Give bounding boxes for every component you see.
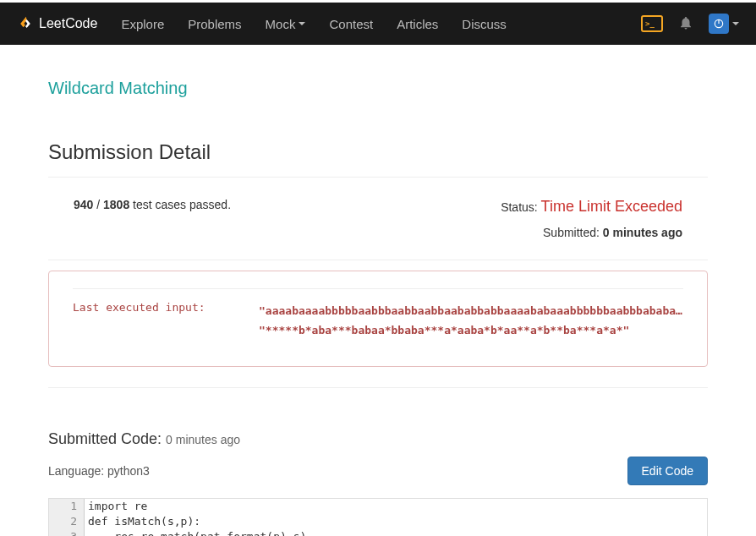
- code-line: 1 import re: [49, 499, 707, 514]
- nav-mock-label: Mock: [266, 17, 296, 31]
- code-line: 3 res=re.match(pat_format(p),s): [49, 529, 707, 536]
- main-container: Wildcard Matching Submission Detail 940 …: [40, 79, 716, 536]
- status-panel: 940 / 1808 test cases passed. Status: Ti…: [48, 178, 708, 260]
- line-number: 2: [49, 514, 85, 529]
- language-value: python3: [107, 464, 150, 478]
- language-row: Language: python3 Edit Code: [48, 457, 708, 485]
- status-label: Status:: [501, 200, 540, 214]
- logo[interactable]: LeetCode: [17, 15, 97, 32]
- section-title: Submission Detail: [48, 140, 708, 164]
- code-text: res=re.match(pat_format(p),s): [85, 529, 306, 536]
- language-text: Language: python3: [48, 464, 150, 478]
- status-right: Status: Time Limit Exceeded Submitted: 0…: [501, 198, 682, 239]
- submitted-label: Submitted:: [543, 226, 603, 239]
- nav-discuss[interactable]: Discuss: [462, 17, 507, 31]
- submitted-value: 0 minutes ago: [603, 226, 682, 239]
- nav-contest[interactable]: Contest: [329, 17, 373, 31]
- edit-code-button[interactable]: Edit Code: [627, 457, 708, 485]
- nav-articles[interactable]: Articles: [397, 17, 438, 31]
- code-text: import re: [85, 499, 147, 514]
- nav-explore[interactable]: Explore: [121, 17, 164, 31]
- brand-text: LeetCode: [39, 16, 97, 31]
- line-number: 3: [49, 529, 85, 536]
- user-menu[interactable]: [709, 14, 739, 34]
- terminal-icon[interactable]: [641, 15, 663, 32]
- caret-down-icon: [299, 22, 305, 25]
- total-count: 1808: [103, 198, 129, 211]
- code-line: 2 def isMatch(s,p):: [49, 514, 707, 529]
- error-box: Last executed input: "aaaabaaaabbbbbaabb…: [48, 271, 708, 367]
- divider: [48, 387, 708, 388]
- code-text: def isMatch(s,p):: [85, 514, 200, 529]
- submitted-code-title: Submitted Code:: [48, 430, 166, 447]
- code-block: 1 import re 2 def isMatch(s,p): 3 res=re…: [48, 498, 708, 536]
- language-label: Language:: [48, 464, 107, 478]
- nav-problems[interactable]: Problems: [188, 17, 241, 31]
- passed-suffix: test cases passed.: [129, 198, 231, 211]
- last-input-label: Last executed input:: [73, 301, 225, 341]
- top-nav: LeetCode Explore Problems Mock Contest A…: [0, 3, 756, 45]
- last-input-content: "aaaabaaaabbbbbaabbbaabbaabbaababbabbaaa…: [259, 301, 683, 341]
- bell-icon[interactable]: [678, 15, 693, 33]
- nav-left: LeetCode Explore Problems Mock Contest A…: [17, 15, 507, 32]
- power-icon: [709, 14, 729, 34]
- nav-right: [641, 14, 739, 34]
- input-line-1: "aaaabaaaabbbbbaabbbaabbaabbaababbabbaaa…: [259, 301, 683, 320]
- nav-mock[interactable]: Mock: [266, 17, 306, 31]
- testcases-passed: 940 / 1808 test cases passed.: [74, 198, 231, 211]
- input-line-2: "*****b*aba***babaa*bbaba***a*aaba*b*aa*…: [259, 320, 683, 340]
- status-value: Time Limit Exceeded: [541, 198, 682, 215]
- caret-down-icon: [732, 22, 739, 25]
- passed-count: 940: [74, 198, 93, 211]
- problem-title-link[interactable]: Wildcard Matching: [48, 79, 708, 98]
- submitted-code-header: Submitted Code: 0 minutes ago: [48, 430, 708, 448]
- leetcode-icon: [17, 15, 34, 32]
- submitted-code-ago: 0 minutes ago: [166, 433, 240, 446]
- line-number: 1: [49, 499, 85, 514]
